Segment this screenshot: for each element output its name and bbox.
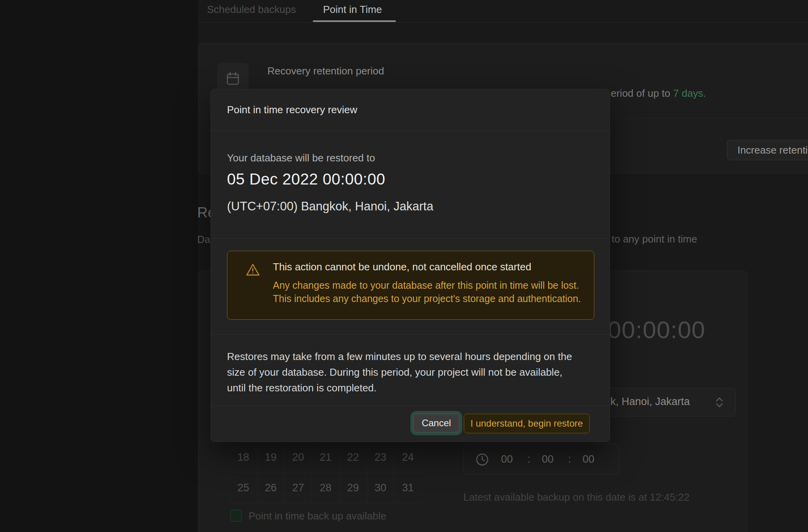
restore-desc-right-fragment: to any point in time [612, 233, 697, 245]
point-in-time-recovery-modal: Point in time recovery review Your datab… [211, 89, 610, 442]
selected-time-display-fragment: 00:00:00 [608, 316, 705, 344]
time-separator: : [526, 453, 532, 465]
modal-section-divider2 [211, 334, 610, 335]
restore-desc-left-fragment: Da [197, 233, 210, 246]
increase-retention-button[interactable]: Increase retention [727, 140, 808, 160]
warning-box: This action cannot be undone, not cancel… [227, 251, 594, 320]
calendar-icon [225, 71, 240, 88]
calendar-day[interactable]: 28 [312, 473, 340, 503]
latest-backup-note: Latest available backup on this date is … [463, 491, 690, 503]
calendar-day[interactable]: 31 [394, 473, 422, 503]
calendar-grid: 18 19 20 21 22 23 24 25 26 27 28 29 30 3… [229, 442, 422, 503]
time-input-seconds[interactable]: 00 [580, 453, 597, 465]
retention-desc-text: eriod of up to [611, 87, 673, 99]
modal-footer-divider [211, 406, 610, 406]
warning-line1: Any changes made to your database after … [273, 279, 581, 292]
backup-available-legend-label: Point in time back up available [249, 510, 386, 522]
calendar-day[interactable]: 22 [340, 442, 367, 473]
retention-card-title: Recovery retention period [267, 65, 384, 77]
calendar-day[interactable]: 25 [230, 473, 257, 503]
calendar-day[interactable]: 24 [394, 442, 422, 473]
active-tab-underline [313, 20, 396, 22]
calendar-day[interactable]: 30 [367, 473, 394, 503]
calendar-day[interactable]: 20 [285, 442, 312, 473]
warning-line2: This includes any changes to your projec… [273, 292, 581, 305]
calendar-day[interactable]: 27 [285, 473, 312, 503]
calendar-day[interactable]: 23 [367, 442, 394, 473]
confirm-restore-button[interactable]: I understand, begin restore [464, 414, 590, 433]
restore-duration-note: Restores may take from a few minutes up … [227, 349, 584, 396]
calendar-day[interactable]: 19 [257, 442, 285, 473]
warning-triangle-icon [245, 263, 260, 279]
timezone-select-value-fragment: k, Hanoi, Jakarta [610, 396, 690, 408]
restore-datetime: 05 Dec 2022 00:00:00 [227, 170, 385, 188]
tab-scheduled-backups[interactable]: Scheduled backups [207, 3, 296, 16]
chevron-up-down-icon [715, 396, 724, 410]
calendar-day[interactable]: 26 [257, 473, 285, 503]
modal-title: Point in time recovery review [227, 104, 357, 116]
modal-header-divider [211, 130, 610, 131]
restore-timezone: (UTC+07:00) Bangkok, Hanoi, Jakarta [227, 199, 433, 214]
clock-icon [476, 453, 489, 468]
time-input-hours[interactable]: 00 [498, 453, 516, 465]
calendar-day[interactable]: 18 [230, 442, 257, 473]
tabs-bottom-border [198, 22, 808, 23]
backups-page: Scheduled backups Point in Time Recovery… [0, 0, 808, 532]
backup-available-legend-swatch [230, 510, 242, 521]
calendar-day[interactable]: 21 [312, 442, 340, 473]
warning-title: This action cannot be undone, not cancel… [273, 261, 531, 273]
time-input-minutes[interactable]: 00 [539, 453, 556, 465]
calendar-day[interactable]: 29 [340, 473, 367, 503]
cancel-button[interactable]: Cancel [413, 414, 459, 432]
modal-section-divider [211, 238, 610, 239]
retention-desc-days: 7 days. [673, 87, 706, 99]
time-input-group[interactable]: 00 : 00 : 00 [463, 443, 619, 475]
retention-card-description-fragment: eriod of up to 7 days. [611, 87, 706, 100]
restored-to-label: Your database will be restored to [227, 152, 375, 164]
tab-point-in-time[interactable]: Point in Time [323, 3, 382, 16]
time-separator: : [567, 453, 573, 465]
